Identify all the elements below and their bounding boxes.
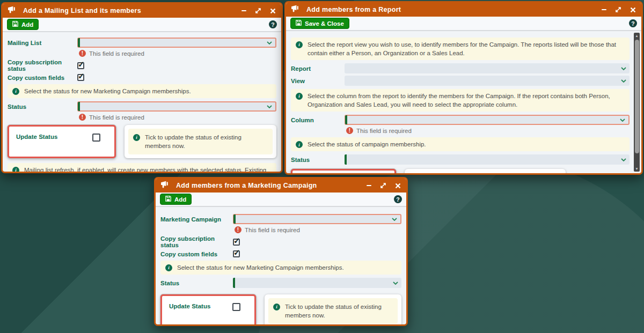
info-icon: i bbox=[133, 134, 140, 141]
view-row: View bbox=[291, 76, 630, 86]
minimize-icon[interactable] bbox=[241, 10, 246, 12]
update-status-section: Update Status i Tick to update the statu… bbox=[291, 169, 630, 175]
required-icon: ! bbox=[235, 226, 241, 233]
scroll-up-icon[interactable]: ▲ bbox=[635, 34, 638, 38]
status-info-box: i Select the status for new Marketing Ca… bbox=[160, 261, 401, 275]
tick-info-box: i Tick to update the status of existing … bbox=[128, 129, 273, 154]
copy-subscription-checkbox[interactable] bbox=[233, 239, 240, 246]
minimize-icon[interactable] bbox=[367, 185, 371, 187]
scroll-down-icon[interactable]: ▼ bbox=[635, 167, 638, 171]
tick-info-card: i Tick to update the status of existing … bbox=[125, 125, 276, 158]
titlebar[interactable]: Add members from a Marketing Campaign bbox=[156, 179, 406, 193]
titlebar[interactable]: Add members from a Report bbox=[286, 3, 641, 17]
required-message: ! This field is required bbox=[79, 114, 276, 121]
toolbar: Add ? bbox=[3, 18, 281, 32]
info-icon: i bbox=[12, 167, 19, 173]
info-icon: i bbox=[296, 41, 303, 48]
chevron-down-icon bbox=[621, 79, 626, 83]
maximize-icon[interactable] bbox=[255, 8, 261, 14]
chevron-down-icon bbox=[621, 158, 626, 161]
status-select[interactable] bbox=[77, 101, 276, 112]
status-select[interactable] bbox=[233, 278, 401, 288]
marketing-campaign-row: Marketing Campaign bbox=[160, 214, 401, 224]
add-button-label: Add bbox=[174, 196, 186, 203]
add-button[interactable]: Add bbox=[160, 194, 192, 205]
floppy-disk-icon bbox=[296, 20, 302, 27]
copy-subscription-row: Copy subscription status bbox=[160, 235, 401, 248]
report-select[interactable] bbox=[345, 63, 630, 73]
copy-custom-fields-checkbox[interactable] bbox=[233, 250, 240, 257]
megaphone-icon bbox=[291, 5, 301, 15]
view-label: View bbox=[291, 78, 345, 84]
copy-custom-fields-row: Copy custom fields bbox=[8, 74, 276, 81]
report-label: Report bbox=[291, 65, 345, 72]
info-icon: i bbox=[273, 304, 280, 310]
required-message: ! This field is required bbox=[79, 50, 276, 57]
save-close-button[interactable]: Save & Close bbox=[290, 18, 349, 29]
dialog-title: Add members from a Marketing Campaign bbox=[176, 182, 361, 189]
refresh-info-box: i Mailing list refresh, if enabled, will… bbox=[8, 163, 276, 173]
chevron-down-icon bbox=[267, 105, 272, 108]
add-button-label: Add bbox=[21, 21, 33, 28]
dialog-title: Add members from a Report bbox=[306, 6, 596, 13]
maximize-icon[interactable] bbox=[380, 182, 386, 189]
window-controls bbox=[241, 8, 276, 14]
chevron-down-icon bbox=[392, 218, 397, 221]
status-row: Status bbox=[291, 154, 630, 165]
copy-custom-fields-checkbox[interactable] bbox=[77, 74, 84, 81]
status-info-box: i Select the status for new Marketing Ca… bbox=[8, 84, 276, 98]
dialog-body: i Select the report view you wish to use… bbox=[286, 31, 641, 175]
dialog-title: Add a Mailing List and its members bbox=[23, 7, 236, 14]
marketing-campaign-select[interactable] bbox=[233, 214, 401, 224]
close-icon[interactable] bbox=[270, 8, 276, 14]
maximize-icon[interactable] bbox=[615, 6, 621, 13]
toolbar: Add ? bbox=[156, 193, 406, 207]
tick-info-card: i Tick to update the status of existing … bbox=[265, 294, 401, 326]
mailing-list-select[interactable] bbox=[77, 38, 276, 48]
vertical-scrollbar[interactable]: ▲ ▼ bbox=[634, 33, 640, 172]
required-icon: ! bbox=[79, 114, 86, 121]
copy-subscription-checkbox[interactable] bbox=[77, 62, 84, 69]
toolbar: Save & Close ? bbox=[286, 17, 641, 31]
copy-subscription-row: Copy subscription status bbox=[8, 59, 276, 72]
info-icon: i bbox=[12, 88, 19, 95]
status-label: Status bbox=[291, 157, 345, 163]
tick-info-card: i Tick to update the status of existing … bbox=[405, 169, 566, 175]
close-icon[interactable] bbox=[630, 7, 636, 13]
minimize-icon[interactable] bbox=[602, 9, 606, 11]
help-icon[interactable]: ? bbox=[269, 20, 277, 28]
copy-subscription-label: Copy subscription status bbox=[8, 59, 77, 72]
titlebar[interactable]: Add a Mailing List and its members bbox=[3, 4, 281, 18]
dialog-body: Mailing List ! This field is required Co… bbox=[3, 32, 281, 173]
mailing-list-label: Mailing List bbox=[8, 40, 77, 46]
update-status-section: Update Status i Tick to update the statu… bbox=[160, 294, 401, 326]
column-label: Column bbox=[291, 117, 345, 123]
status-label: Status bbox=[8, 103, 77, 110]
scrollbar-thumb[interactable] bbox=[635, 40, 639, 153]
report-row: Report bbox=[291, 63, 630, 73]
copy-custom-fields-label: Copy custom fields bbox=[8, 75, 77, 81]
status-row: Status bbox=[160, 278, 401, 288]
chevron-down-icon bbox=[620, 119, 625, 122]
update-status-checkbox[interactable] bbox=[92, 134, 100, 142]
update-status-checkbox[interactable] bbox=[232, 303, 240, 311]
chevron-down-icon bbox=[393, 282, 398, 285]
dialog-body: Marketing Campaign ! This field is requi… bbox=[156, 207, 406, 326]
megaphone-icon bbox=[8, 6, 17, 16]
copy-custom-fields-label: Copy custom fields bbox=[160, 251, 233, 257]
column-row: Column bbox=[291, 115, 630, 125]
marketing-campaign-label: Marketing Campaign bbox=[160, 216, 233, 223]
update-status-card: Update Status bbox=[8, 125, 116, 158]
view-select[interactable] bbox=[345, 76, 630, 86]
copy-custom-fields-row: Copy custom fields bbox=[160, 250, 401, 257]
help-icon[interactable]: ? bbox=[629, 19, 637, 27]
status-select[interactable] bbox=[345, 154, 630, 165]
copy-subscription-label: Copy subscription status bbox=[160, 235, 233, 248]
window-controls bbox=[367, 182, 401, 189]
update-status-card: Update Status bbox=[160, 294, 256, 326]
status-info-box: i Select the status of campaign membersh… bbox=[291, 137, 630, 151]
help-icon[interactable]: ? bbox=[394, 195, 402, 203]
column-select[interactable] bbox=[345, 115, 630, 125]
add-button[interactable]: Add bbox=[7, 19, 39, 30]
close-icon[interactable] bbox=[395, 183, 401, 189]
